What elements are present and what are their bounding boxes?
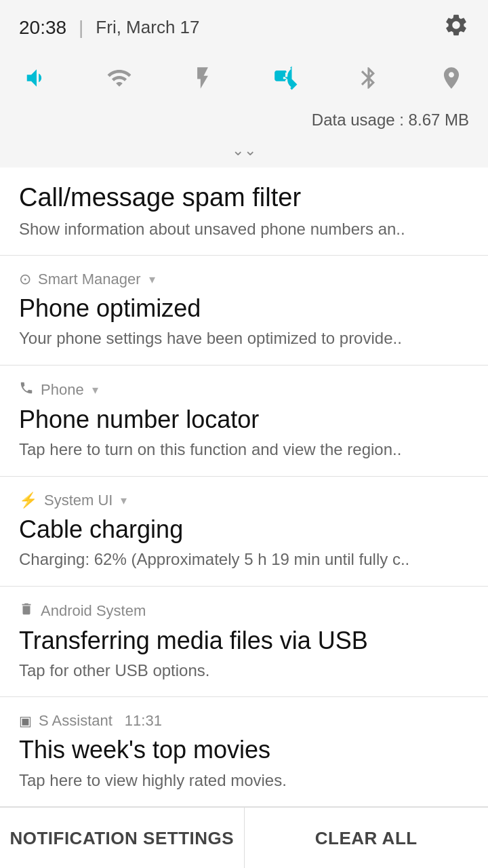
phone-app-icon bbox=[19, 380, 34, 399]
quick-settings-row bbox=[0, 50, 488, 111]
notif-optimized-title: Phone optimized bbox=[19, 294, 469, 323]
data-usage-label: Data usage : 8.67 MB bbox=[0, 111, 488, 136]
time-display: 20:38 bbox=[19, 17, 66, 39]
notif-cable-charging[interactable]: ⚡ System UI ▾ Cable charging Charging: 6… bbox=[0, 477, 488, 587]
notif-top-movies[interactable]: ▣ S Assistant 11:31 This week's top movi… bbox=[0, 697, 488, 807]
notif-app-name: Smart Manager bbox=[38, 271, 141, 288]
expand-chevron[interactable]: ⌄⌄ bbox=[0, 136, 488, 167]
notif-phone-app-name: Phone bbox=[41, 381, 84, 399]
notif-usb-title: Transferring media files via USB bbox=[19, 626, 469, 655]
notif-charging-body: Charging: 62% (Approximately 5 h 19 min … bbox=[19, 548, 469, 571]
notif-app-row: Phone ▾ bbox=[19, 380, 469, 399]
date-display: Fri, March 17 bbox=[96, 17, 199, 38]
notification-list: Call/message spam filter Show informatio… bbox=[0, 167, 488, 807]
notif-optimized-body: Your phone settings have been optimized … bbox=[19, 327, 469, 350]
location-icon-btn[interactable] bbox=[428, 55, 474, 101]
status-bar-left: 20:38 | Fri, March 17 bbox=[19, 17, 200, 39]
notif-movies-body: Tap here to view highly rated movies. bbox=[19, 769, 469, 792]
status-bar: 20:38 | Fri, March 17 bbox=[0, 0, 488, 50]
android-system-icon bbox=[19, 601, 34, 620]
notif-app-row: ▣ S Assistant 11:31 bbox=[19, 712, 469, 730]
notif-charging-title: Cable charging bbox=[19, 515, 469, 544]
divider: | bbox=[79, 17, 83, 39]
notif-android-sys-name: Android System bbox=[41, 602, 146, 620]
data-usage-text: Data usage : 8.67 MB bbox=[312, 111, 469, 129]
notif-sysui-name: System UI bbox=[44, 492, 113, 509]
notif-phone-optimized[interactable]: ⊙ Smart Manager ▾ Phone optimized Your p… bbox=[0, 256, 488, 366]
chevron-down-icon: ⌄⌄ bbox=[232, 142, 256, 159]
notif-usb-body: Tap for other USB options. bbox=[19, 659, 469, 682]
notif-usb-transfer[interactable]: Android System Transferring media files … bbox=[0, 587, 488, 698]
notif-app-row: Android System bbox=[19, 601, 469, 620]
notif-spam-body: Show information about unsaved phone num… bbox=[19, 218, 469, 241]
clear-all-button[interactable]: CLEAR ALL bbox=[245, 808, 489, 868]
notif-sassistant-name: S Assistant bbox=[39, 712, 113, 730]
notif-spam-filter[interactable]: Call/message spam filter Show informatio… bbox=[0, 167, 488, 256]
notif-locator-body: Tap here to turn on this function and vi… bbox=[19, 438, 469, 461]
wifi-icon-btn[interactable] bbox=[96, 55, 142, 101]
smart-manager-icon: ⊙ bbox=[19, 271, 31, 288]
notif-app-chevron-icon: ▾ bbox=[149, 272, 155, 287]
notif-spam-title: Call/message spam filter bbox=[19, 182, 469, 214]
screen-lock-icon-btn[interactable] bbox=[262, 55, 308, 101]
bottom-buttons-row: NOTIFICATION SETTINGS CLEAR ALL bbox=[0, 807, 488, 868]
notification-settings-button[interactable]: NOTIFICATION SETTINGS bbox=[0, 808, 245, 868]
settings-icon-area[interactable] bbox=[443, 12, 469, 43]
gear-icon bbox=[443, 12, 469, 38]
notif-locator-title: Phone number locator bbox=[19, 405, 469, 434]
notif-movies-title: This week's top movies bbox=[19, 735, 469, 764]
bluetooth-icon-btn[interactable] bbox=[346, 55, 392, 101]
flashlight-icon-btn[interactable] bbox=[180, 55, 226, 101]
volume-icon-btn[interactable] bbox=[14, 55, 60, 101]
notif-phone-chevron-icon: ▾ bbox=[92, 382, 98, 397]
notif-phone-locator[interactable]: Phone ▾ Phone number locator Tap here to… bbox=[0, 366, 488, 477]
s-assistant-icon: ▣ bbox=[19, 713, 32, 729]
system-ui-icon: ⚡ bbox=[19, 492, 37, 509]
notif-app-row: ⊙ Smart Manager ▾ bbox=[19, 271, 469, 288]
notif-sysui-chevron-icon: ▾ bbox=[121, 493, 127, 508]
notif-app-row: ⚡ System UI ▾ bbox=[19, 492, 469, 509]
notif-time: 11:31 bbox=[125, 712, 162, 730]
